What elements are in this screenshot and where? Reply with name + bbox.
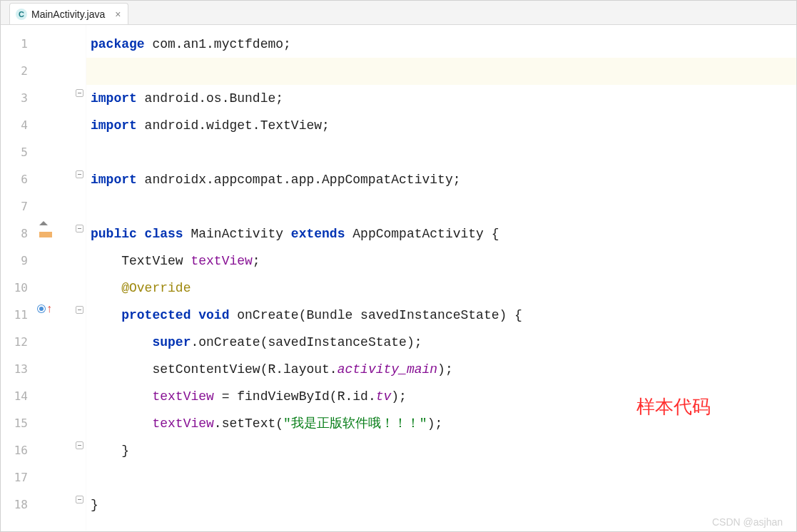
line-number: 12 (1, 329, 35, 356)
line-number: 4 (1, 112, 35, 139)
line-number: 2 (1, 58, 35, 85)
line-number: 14 (1, 383, 35, 410)
code-line: } (86, 491, 796, 518)
code-line (86, 464, 796, 491)
code-line: TextView textView; (86, 247, 796, 275)
code-line: package com.an1.myctfdemo; (86, 31, 796, 58)
code-line: super.onCreate(savedInstanceState); (86, 329, 796, 356)
class-file-icon: C (16, 9, 27, 20)
line-number: 3 (1, 85, 35, 112)
code-line: import android.os.Bundle; (86, 85, 796, 112)
code-line: import androidx.appcompat.app.AppCompatA… (86, 166, 796, 193)
tab-filename: MainActivity.java (31, 9, 105, 20)
line-number: 9 (1, 247, 35, 275)
code-line: @Override (86, 275, 796, 302)
fold-toggle-icon[interactable] (76, 306, 83, 314)
code-line (86, 139, 796, 166)
code-line: import android.widget.TextView; (86, 112, 796, 139)
override-gutter-icon[interactable]: ↑ (35, 296, 73, 323)
line-number: 17 (1, 464, 35, 491)
line-number: 5 (1, 139, 35, 166)
fold-toggle-icon[interactable] (76, 496, 83, 503)
line-number: 7 (1, 193, 35, 220)
code-line: } (86, 437, 796, 464)
code-line: protected void onCreate(Bundle savedInst… (86, 302, 796, 329)
code-line (86, 193, 796, 220)
fold-toggle-icon[interactable] (76, 170, 83, 178)
close-icon[interactable]: × (115, 9, 121, 20)
class-gutter-icon[interactable] (35, 215, 73, 242)
line-number: 13 (1, 356, 35, 383)
annotation-label: 样本代码 (636, 394, 711, 419)
line-number: 10 (1, 275, 35, 302)
line-number: 8 (1, 220, 35, 247)
line-number: 16 (1, 437, 35, 464)
tab-bar: C MainActivity.java × (1, 1, 796, 25)
code-line (86, 58, 796, 85)
file-tab[interactable]: C MainActivity.java × (9, 3, 128, 24)
line-number: 1 (1, 31, 35, 58)
line-number-gutter: 1 2 3 4 5 6 7 8 9 10 11 12 13 14 15 16 1… (1, 25, 35, 531)
editor-window: C MainActivity.java × 1 2 3 4 5 6 7 8 9 … (0, 0, 797, 532)
code-line: setContentView(R.layout.activity_main); (86, 356, 796, 383)
code-area[interactable]: package com.an1.myctfdemo; import androi… (86, 25, 796, 531)
line-number: 6 (1, 166, 35, 193)
icon-gutter: ↑ (35, 25, 73, 531)
fold-toggle-icon[interactable] (76, 89, 83, 97)
watermark: CSDN @asjhan (712, 516, 783, 528)
line-number: 15 (1, 410, 35, 437)
line-number: 18 (1, 491, 35, 518)
code-line: public class MainActivity extends AppCom… (86, 220, 796, 247)
line-number: 11 (1, 302, 35, 329)
fold-toggle-icon[interactable] (76, 225, 83, 232)
code-editor[interactable]: 1 2 3 4 5 6 7 8 9 10 11 12 13 14 15 16 1… (1, 25, 796, 531)
fold-gutter (73, 25, 86, 531)
fold-toggle-icon[interactable] (76, 441, 83, 449)
